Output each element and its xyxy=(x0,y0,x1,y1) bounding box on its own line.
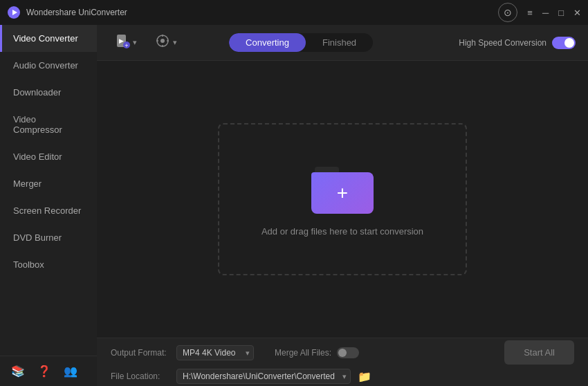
title-bar: Wondershare UniConverter ⊙ ≡ ─ □ ✕ xyxy=(0,0,588,25)
profile-button[interactable]: ⊙ xyxy=(498,3,517,22)
merge-toggle[interactable] xyxy=(337,347,359,358)
svg-point-7 xyxy=(160,39,165,43)
settings-icon xyxy=(155,33,170,52)
close-button[interactable]: ✕ xyxy=(573,8,581,17)
file-location-select-wrapper: H:\Wondershare\UniConverter\Converted xyxy=(176,369,351,384)
maximize-button[interactable]: □ xyxy=(558,8,564,17)
profile-icon: ⊙ xyxy=(504,7,512,18)
help-icon[interactable]: ❓ xyxy=(37,365,51,378)
sidebar-item-video-converter[interactable]: Video Converter xyxy=(0,25,97,52)
folder-plus-icon: + xyxy=(337,183,348,203)
file-location-label: File Location: xyxy=(111,371,169,381)
speed-label: High Speed Conversion xyxy=(459,38,546,48)
content-area: ▶ + ▾ ▾ xyxy=(97,25,588,386)
speed-toggle-group: High Speed Conversion xyxy=(459,37,576,49)
sidebar-label-downloader: Downloader xyxy=(13,87,61,98)
main-layout: Video Converter Audio Converter Download… xyxy=(0,25,588,386)
merge-label: Merge All Files: xyxy=(275,348,331,358)
app-icon xyxy=(7,6,21,19)
sidebar-label-video-converter: Video Converter xyxy=(13,33,78,44)
sidebar-item-screen-recorder[interactable]: Screen Recorder xyxy=(0,197,97,224)
start-all-button[interactable]: Start All xyxy=(504,340,574,365)
file-location-select[interactable]: H:\Wondershare\UniConverter\Converted xyxy=(176,369,351,384)
sidebar-label-merger: Merger xyxy=(13,178,42,189)
sidebar-label-screen-recorder: Screen Recorder xyxy=(13,205,81,216)
sidebar-label-audio-converter: Audio Converter xyxy=(13,60,78,71)
file-location-row: File Location: H:\Wondershare\UniConvert… xyxy=(111,369,574,384)
settings-chevron: ▾ xyxy=(173,38,177,47)
sidebar-label-video-compressor: Video Compressor xyxy=(13,114,62,135)
sidebar-item-merger[interactable]: Merger xyxy=(0,170,97,197)
menu-icon[interactable]: ≡ xyxy=(527,8,533,17)
folder-front: + xyxy=(311,172,374,214)
speed-toggle[interactable] xyxy=(552,37,576,49)
output-format-row: Output Format: MP4 4K Video MP4 HD Video… xyxy=(111,340,574,365)
svg-text:▶: ▶ xyxy=(119,37,124,44)
sidebar-label-video-editor: Video Editor xyxy=(13,151,62,162)
add-file-icon: ▶ + xyxy=(115,33,130,52)
books-icon[interactable]: 📚 xyxy=(11,365,25,378)
tab-converting[interactable]: Converting xyxy=(229,33,306,52)
sidebar-item-downloader[interactable]: Downloader xyxy=(0,79,97,106)
toolbar: ▶ + ▾ ▾ xyxy=(97,25,588,61)
sidebar-item-toolbox[interactable]: Toolbox xyxy=(0,251,97,278)
sidebar: Video Converter Audio Converter Download… xyxy=(0,25,97,386)
account-icon[interactable]: 👥 xyxy=(64,365,77,378)
minimize-button[interactable]: ─ xyxy=(542,8,549,17)
sidebar-item-audio-converter[interactable]: Audio Converter xyxy=(0,52,97,79)
add-file-button[interactable]: ▶ + ▾ xyxy=(109,30,143,55)
tab-finished[interactable]: Finished xyxy=(306,33,373,52)
title-bar-controls: ⊙ ≡ ─ □ ✕ xyxy=(498,3,581,22)
tab-finished-label: Finished xyxy=(322,37,356,48)
svg-text:+: + xyxy=(125,42,128,49)
output-format-select[interactable]: MP4 4K Video MP4 HD Video MP4 SD Video A… xyxy=(176,345,254,360)
settings-button[interactable]: ▾ xyxy=(149,30,183,55)
browse-folder-button[interactable]: 📁 xyxy=(358,370,371,383)
app-title: Wondershare UniConverter xyxy=(26,8,127,17)
drop-zone-wrapper: + Add or drag files here to start conver… xyxy=(97,61,588,338)
sidebar-bottom: 📚 ❓ 👥 xyxy=(0,356,97,386)
footer: Output Format: MP4 4K Video MP4 HD Video… xyxy=(97,338,588,386)
add-file-chevron: ▾ xyxy=(133,38,137,47)
drop-zone-text: Add or drag files here to start conversi… xyxy=(261,226,423,237)
tab-group: Converting Finished xyxy=(229,33,373,52)
folder-icon: + xyxy=(311,162,374,214)
drop-zone[interactable]: + Add or drag files here to start conver… xyxy=(218,123,467,275)
sidebar-label-dvd-burner: DVD Burner xyxy=(13,232,62,243)
title-bar-left: Wondershare UniConverter xyxy=(7,6,127,19)
output-format-label: Output Format: xyxy=(111,348,169,358)
sidebar-item-video-editor[interactable]: Video Editor xyxy=(0,143,97,170)
sidebar-item-dvd-burner[interactable]: DVD Burner xyxy=(0,224,97,251)
output-format-select-wrapper: MP4 4K Video MP4 HD Video MP4 SD Video A… xyxy=(176,345,254,360)
sidebar-label-toolbox: Toolbox xyxy=(13,259,44,270)
sidebar-item-video-compressor[interactable]: Video Compressor xyxy=(0,106,97,143)
tab-converting-label: Converting xyxy=(246,37,289,48)
merge-toggle-group: Merge All Files: xyxy=(275,347,359,358)
